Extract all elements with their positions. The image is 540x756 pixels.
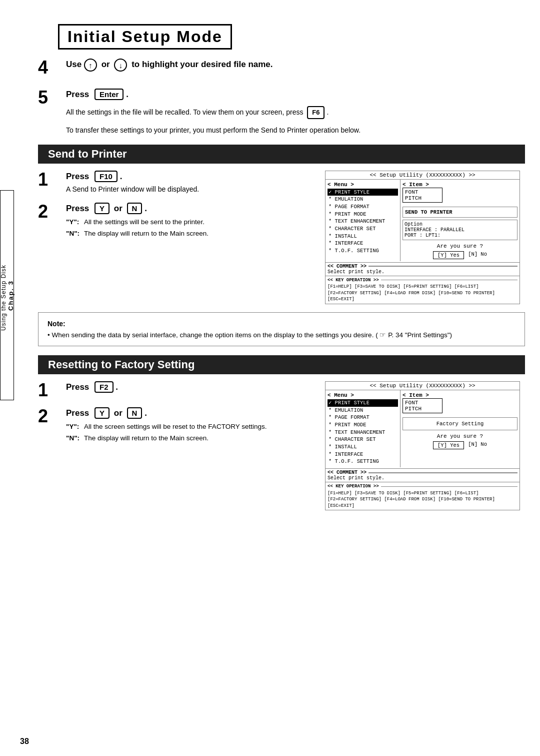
stp-step-2-title: Press Y or N . bbox=[66, 203, 315, 214]
stp-confirm-buttons: [Y] Yes [N] No bbox=[402, 251, 518, 259]
rst-key-op: << KEY OPERATION >> [F1=HELP] [F3=SAVE T… bbox=[326, 482, 520, 510]
stp-item-header: < Item > bbox=[402, 182, 518, 188]
stp-screen-title: << Setup Utility (XXXXXXXXXX) >> bbox=[326, 171, 520, 180]
stp-menu-interface: * INTERFACE bbox=[328, 240, 398, 247]
rst-yn-y-item: "Y": All the screen settings will be res… bbox=[66, 422, 315, 432]
rst-screen-col: << Setup Utility (XXXXXXXXXX) >> < Menu … bbox=[325, 381, 525, 511]
send-to-printer-header: Send to Printer bbox=[38, 145, 525, 164]
stp-step-2-yn: "Y": All the settings will be sent to th… bbox=[66, 217, 315, 239]
chap-label: Chap. 3 bbox=[7, 280, 14, 311]
step-5-body: All the settings in the file will be rec… bbox=[66, 106, 525, 136]
stp-item-panel: < Item > FONT PITCH SEND TO PRINTER Opti… bbox=[400, 180, 520, 261]
rst-step-2: 2 Press Y or N . "Y": All the screen set… bbox=[38, 407, 315, 445]
stp-comment: << COMMENT >> Select print style. bbox=[326, 262, 520, 276]
rst-yn-n-item: "N": The display will return to the Main… bbox=[66, 433, 315, 443]
stp-step-1-title: Press F10 . bbox=[66, 171, 315, 182]
stp-screen-body: < Menu > ✓ PRINT STYLE * EMULATION * PAG… bbox=[326, 180, 520, 261]
rst-comment: << COMMENT >> Select print style. bbox=[326, 468, 520, 482]
stp-menu-char-set: * CHARACTER SET bbox=[328, 225, 398, 233]
stp-menu-col: < Menu > ✓ PRINT STYLE * EMULATION * PAG… bbox=[326, 180, 400, 261]
stp-menu-print-mode: * PRINT MODE bbox=[328, 211, 398, 218]
rst-n-key: N bbox=[127, 407, 142, 419]
stp-confirm-y: [Y] Yes bbox=[433, 251, 464, 259]
rst-menu-install: * INSTALL bbox=[328, 443, 398, 451]
stp-menu-print-style: ✓ PRINT STYLE bbox=[328, 189, 398, 196]
rst-screen-body: < Menu > ✓ PRINT STYLE * EMULATION * PAG… bbox=[326, 390, 520, 467]
rst-setup-screen: << Setup Utility (XXXXXXXXXX) >> < Menu … bbox=[325, 381, 520, 511]
stp-menu-page-format: * PAGE FORMAT bbox=[328, 203, 398, 211]
note-body: • When sending the data by serial interf… bbox=[48, 331, 516, 339]
stp-steps-col: 1 Press F10 . A Send to Printer window w… bbox=[38, 171, 315, 250]
yn-y-item: "Y": All the settings will be sent to th… bbox=[66, 217, 315, 227]
rst-key-op-line1: [F1=HELP] [F3=SAVE TO DISK] [F5=PRINT SE… bbox=[328, 490, 518, 497]
step-5-title: Press Enter . bbox=[66, 89, 525, 100]
stp-menu-tof: * T.O.F. SETTING bbox=[328, 247, 398, 255]
stp-menu-header: < Menu > bbox=[328, 182, 398, 188]
rst-steps-col: 1 Press F2 . 2 Press Y or bbox=[38, 381, 315, 454]
stp-confirm-text: Are you sure ? bbox=[402, 243, 518, 249]
page-number: 38 bbox=[20, 737, 29, 746]
stp-step-1: 1 Press F10 . A Send to Printer window w… bbox=[38, 171, 315, 195]
rst-factory-box: Factory Setting bbox=[402, 417, 518, 430]
step-5: 5 Press Enter . All the settings in the … bbox=[38, 89, 525, 136]
rst-menu-page-format: * PAGE FORMAT bbox=[328, 414, 398, 421]
stp-y-key: Y bbox=[94, 203, 110, 214]
rst-menu-emulation: * EMULATION bbox=[328, 407, 398, 414]
arrow-up-icon: ↑ bbox=[84, 59, 97, 72]
stp-key-op: << KEY OPERATION >> [F1=HELP] [F3=SAVE T… bbox=[326, 276, 520, 304]
rst-confirm-y: [Y] Yes bbox=[433, 441, 464, 449]
rst-menu-print-mode: * PRINT MODE bbox=[328, 421, 398, 429]
resetting-steps: 1 Press F2 . 2 Press Y or bbox=[38, 381, 525, 511]
stp-menu-install: * INSTALL bbox=[328, 233, 398, 240]
arrow-down-icon: ↓ bbox=[114, 59, 127, 72]
step-5-number: 5 bbox=[38, 89, 62, 107]
f10-key: F10 bbox=[94, 171, 118, 182]
rst-item-panel: < Item > FONT PITCH Factory Setting Are … bbox=[400, 390, 520, 467]
rst-confirm-text: Are you sure ? bbox=[402, 433, 518, 439]
page-title: Initial Setup Mode bbox=[58, 24, 232, 50]
stp-key-op-line1: [F1=HELP] [F3=SAVE TO DISK] [F5=PRINT SE… bbox=[328, 284, 518, 290]
rst-key-op-line2: [F2=FACTORY SETTING] [F4=LOAD FROM DISK]… bbox=[328, 496, 518, 509]
rst-menu-print-style: ✓ PRINT STYLE bbox=[328, 399, 398, 407]
side-tab-desc: Using the Setup Disk bbox=[0, 265, 7, 331]
rst-menu-col: < Menu > ✓ PRINT STYLE * EMULATION * PAG… bbox=[326, 390, 400, 467]
rst-step-1-title: Press F2 . bbox=[66, 381, 315, 393]
resetting-header: Resetting to Factory Setting bbox=[38, 355, 525, 374]
note-title: Note: bbox=[48, 320, 516, 328]
rst-step-2-yn: "Y": All the screen settings will be res… bbox=[66, 422, 315, 444]
side-tab: Chap. 3 Using the Setup Disk bbox=[0, 190, 14, 400]
rst-menu-tof: * T.O.F. SETTING bbox=[328, 458, 398, 465]
stp-step-2-number: 2 bbox=[38, 203, 62, 221]
rst-menu-header: < Menu > bbox=[328, 392, 398, 398]
rst-y-key: Y bbox=[94, 407, 110, 419]
rst-screen-title: << Setup Utility (XXXXXXXXXX) >> bbox=[326, 382, 520, 390]
stp-option-box: Option INTERFACE : PARALLEL PORT : LPT1: bbox=[402, 220, 518, 240]
stp-menu-emulation: * EMULATION bbox=[328, 196, 398, 203]
rst-menu-interface: * INTERFACE bbox=[328, 451, 398, 458]
f2-key: F2 bbox=[94, 381, 114, 393]
enter-key: Enter bbox=[94, 89, 124, 100]
rst-item-header: < Item > bbox=[402, 392, 518, 398]
yn-n-item: "N": The display will return to the Main… bbox=[66, 229, 315, 239]
rst-menu-char-set: * CHARACTER SET bbox=[328, 436, 398, 443]
rst-item-font-pitch: FONT PITCH bbox=[402, 398, 442, 413]
stp-send-box: SEND TO PRINTER bbox=[402, 207, 518, 218]
step-4-instruction: Use ↑ or ↓ to highlight your desired fil… bbox=[66, 59, 525, 72]
stp-n-key: N bbox=[127, 203, 142, 214]
note-box: Note: • When sending the data by serial … bbox=[38, 312, 525, 346]
stp-step-2: 2 Press Y or N . "Y": All the settings w… bbox=[38, 203, 315, 241]
send-to-printer-steps: 1 Press F10 . A Send to Printer window w… bbox=[38, 171, 525, 304]
step-4-number: 4 bbox=[38, 59, 62, 77]
stp-setup-screen: << Setup Utility (XXXXXXXXXX) >> < Menu … bbox=[325, 171, 520, 304]
f6-key: F6 bbox=[307, 106, 324, 119]
rst-step-1-number: 1 bbox=[38, 381, 62, 399]
rst-confirm-buttons: [Y] Yes [N] No bbox=[402, 441, 518, 449]
stp-menu-text-enh: * TEXT ENHANCEMENT bbox=[328, 218, 398, 225]
rst-step-1: 1 Press F2 . bbox=[38, 381, 315, 399]
rst-step-2-number: 2 bbox=[38, 407, 62, 425]
stp-step-1-number: 1 bbox=[38, 171, 62, 189]
stp-item-font-pitch: FONT PITCH bbox=[402, 188, 442, 203]
stp-step-1-desc: A Send to Printer window will be display… bbox=[66, 184, 315, 195]
stp-screen-col: << Setup Utility (XXXXXXXXXX) >> < Menu … bbox=[325, 171, 525, 304]
rst-step-2-title: Press Y or N . bbox=[66, 407, 315, 419]
